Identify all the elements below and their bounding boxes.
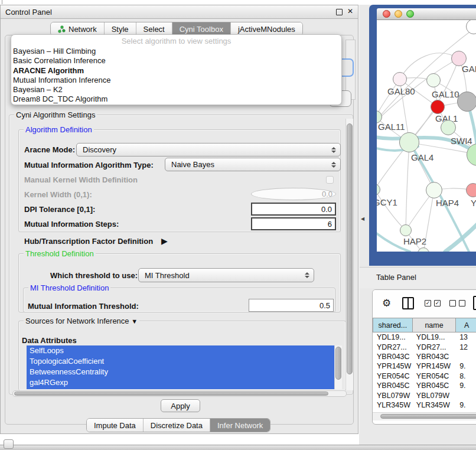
table-row[interactable]: YPR145WYPR145W9. xyxy=(373,361,476,371)
chevron-down-icon[interactable]: ▼ xyxy=(131,318,138,325)
network-node-hap2[interactable] xyxy=(400,224,412,236)
table-cell[interactable]: YBR045C xyxy=(373,381,412,390)
dropdown-item[interactable]: ARACNE Algorithm xyxy=(11,66,341,76)
attribute-list-item[interactable]: BetweennessCentrality xyxy=(27,367,334,377)
table-cell[interactable]: YDR27... xyxy=(412,343,455,351)
network-canvas[interactable]: GALGAL80GAL10GAL1GAL11SWI4GAL4GCY1HAP4YH… xyxy=(377,20,476,252)
table-cell[interactable]: YBR043C xyxy=(412,353,455,361)
mi-steps-field[interactable]: 6 xyxy=(251,217,336,230)
tab-network[interactable]: Network xyxy=(51,22,105,35)
network-node-gal10[interactable] xyxy=(426,73,441,87)
table-cell[interactable]: YDL19... xyxy=(373,333,412,341)
attribute-list-item[interactable]: SelfLoops xyxy=(27,345,334,356)
table-cell[interactable]: 9. xyxy=(455,381,476,390)
tab-infer-network[interactable]: Infer Network xyxy=(210,419,270,432)
columns-icon[interactable] xyxy=(402,297,414,309)
table-cell[interactable]: YBR043C xyxy=(373,353,412,361)
apply-button[interactable]: Apply xyxy=(161,399,200,412)
network-node-hap4[interactable] xyxy=(426,182,442,198)
tab-style[interactable]: Style xyxy=(105,22,136,35)
table-row[interactable]: YDR27...YDR27...12 xyxy=(373,342,476,351)
settings-scrollbar-track[interactable] xyxy=(345,119,353,390)
dropdown-item[interactable]: Bayesian – Hill Climbing xyxy=(11,47,341,56)
deselect-checkbox-icon-2[interactable] xyxy=(459,300,465,306)
deselect-checkbox-icon[interactable] xyxy=(449,300,456,306)
table-cell[interactable]: 8. xyxy=(455,372,476,380)
sources-title[interactable]: Sources for Network Inference xyxy=(25,317,129,325)
network-node-gal1[interactable] xyxy=(431,100,445,114)
table-row[interactable]: YLL052CYLL052C9. xyxy=(373,410,476,411)
table-cell[interactable]: YBL079W xyxy=(373,392,412,400)
document-icon[interactable] xyxy=(473,296,476,310)
collapsed-panel-button[interactable] xyxy=(4,439,14,449)
column-header[interactable]: shared... xyxy=(373,318,412,332)
table-cell[interactable]: YBL079W xyxy=(412,392,455,400)
tab-cyni-toolbox[interactable]: Cyni Toolbox xyxy=(172,22,231,35)
table-cell[interactable]: 9. xyxy=(455,401,476,409)
table-cell[interactable]: 12 xyxy=(455,343,476,351)
control-panel-titlebar[interactable]: Control Panel ✕ xyxy=(1,5,358,19)
list-scrollbar-thumb[interactable] xyxy=(335,347,341,380)
close-icon[interactable]: ✕ xyxy=(347,7,353,15)
column-header[interactable]: name xyxy=(412,318,455,332)
table-cell[interactable]: YBR045C xyxy=(412,381,455,390)
network-node-y[interactable] xyxy=(466,183,476,197)
dropdown-item[interactable]: Bayesian – K2 xyxy=(11,85,341,94)
table-cell[interactable]: YLL052C xyxy=(373,410,412,411)
attribute-list-item[interactable]: gal4RGexp xyxy=(27,377,334,388)
gear-icon[interactable]: ⚙ xyxy=(382,297,391,309)
hub-definition-label[interactable]: Hub/Transcription Factor Definition xyxy=(24,237,153,246)
network-node-swi4[interactable] xyxy=(441,120,456,135)
table-cell[interactable]: YPR145W xyxy=(373,362,412,370)
network-node[interactable] xyxy=(457,92,476,112)
chevron-right-icon[interactable]: ▶ xyxy=(161,236,168,246)
aracne-mode-combo[interactable]: Discovery xyxy=(76,143,341,156)
network-window-titlebar[interactable] xyxy=(377,8,476,20)
tab-jactivemnodules[interactable]: jActiveMNodules xyxy=(231,22,302,35)
table-cell[interactable]: YER054C xyxy=(412,372,455,380)
which-threshold-combo[interactable]: MI Threshold xyxy=(138,268,314,282)
table-row[interactable]: YLR345WYLR345W9. xyxy=(373,400,476,410)
tab-impute-data[interactable]: Impute Data xyxy=(87,419,144,432)
table-cell[interactable]: YLR345W xyxy=(412,401,455,409)
horizontal-scrollbar-track[interactable] xyxy=(12,390,347,397)
tab-select[interactable]: Select xyxy=(136,22,172,35)
select-all-checkbox-icon[interactable]: ✓ xyxy=(425,300,431,306)
attribute-list-item[interactable]: TopologicalCoefficient xyxy=(27,356,334,367)
table-row[interactable]: YBR045CYBR045C9. xyxy=(373,381,476,390)
tab-discretize-data[interactable]: Discretize Data xyxy=(144,419,210,432)
dropdown-item[interactable]: Dream8 DC_TDC Algorithm xyxy=(11,94,341,104)
table-cell[interactable]: YDL19... xyxy=(412,333,455,341)
table-row[interactable]: YER054CYER054C8. xyxy=(373,371,476,381)
table-row[interactable]: YDL19...YDL19...13 xyxy=(373,332,476,342)
select-all-checkbox-icon-2[interactable]: ✓ xyxy=(434,300,441,306)
settings-scrollbar-thumb[interactable] xyxy=(347,123,353,374)
float-window-icon[interactable] xyxy=(336,9,343,15)
network-node-gal4[interactable] xyxy=(399,132,419,152)
table-cell[interactable]: YDR27... xyxy=(373,343,412,351)
horizontal-scrollbar-thumb[interactable] xyxy=(14,392,328,396)
list-scrollbar-track[interactable] xyxy=(334,345,342,389)
minimize-traffic-light[interactable] xyxy=(395,10,402,18)
table-cell[interactable]: YLL052C xyxy=(412,410,455,411)
table-cell[interactable]: 9. xyxy=(455,362,476,370)
mi-threshold-field[interactable]: 0.5 xyxy=(249,299,334,312)
table-scrollbar-track[interactable] xyxy=(373,412,476,420)
table-row[interactable]: YBR043CYBR043C xyxy=(373,352,476,361)
table-cell[interactable]: YPR145W xyxy=(412,362,455,370)
table-cell[interactable]: 13 xyxy=(455,333,476,341)
table-cell[interactable]: 9. xyxy=(455,410,476,411)
network-node-gal80[interactable] xyxy=(393,72,407,86)
dpi-tolerance-field[interactable]: 0.0 xyxy=(251,203,336,216)
table-row[interactable]: YBL079WYBL079W xyxy=(373,390,476,400)
dropdown-item[interactable]: Mutual Information Inference xyxy=(11,76,341,85)
dropdown-item[interactable]: Basic Correlation Inference xyxy=(11,56,341,66)
table-cell[interactable]: YLR345W xyxy=(373,401,412,409)
panel-divider-collapse-icon[interactable]: ◀ xyxy=(361,216,364,221)
mi-type-combo[interactable]: Naive Bayes xyxy=(165,158,341,171)
table-scrollbar-thumb[interactable] xyxy=(380,414,476,419)
table-cell[interactable]: YER054C xyxy=(373,372,412,380)
close-traffic-light[interactable] xyxy=(383,10,390,18)
column-header[interactable]: A xyxy=(455,318,476,332)
zoom-traffic-light[interactable] xyxy=(406,10,414,18)
